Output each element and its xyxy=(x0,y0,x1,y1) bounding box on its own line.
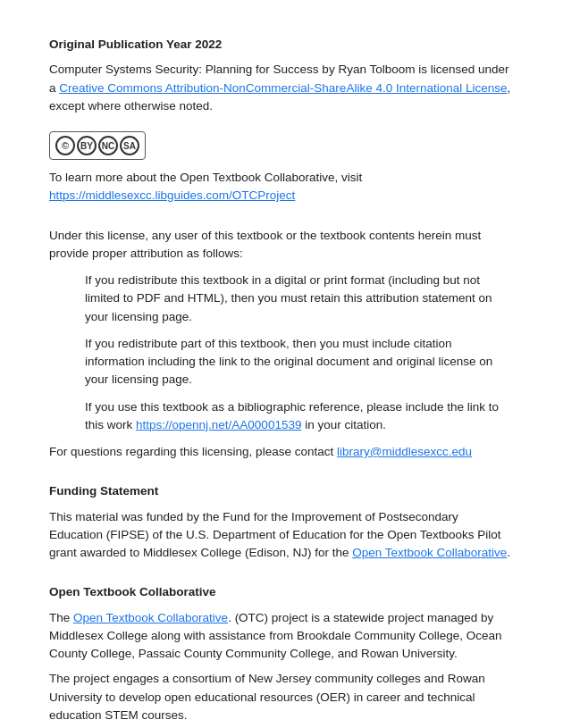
otc-link[interactable]: https://middlesexcc.libguides.com/OTCPro… xyxy=(49,188,295,202)
otc-para2: The project engages a consortium of New … xyxy=(49,670,514,724)
otc-para1-link[interactable]: Open Textbook Collaborative xyxy=(73,611,228,624)
funding-paragraph: This material was funded by the Fund for… xyxy=(49,508,514,563)
pub-year-title: Original Publication Year 2022 xyxy=(49,36,514,54)
library-email-link[interactable]: library@middlesexcc.edu xyxy=(337,445,472,458)
indent-item-3: If you use this textbook as a bibliograp… xyxy=(85,398,514,435)
intro-paragraph: Computer Systems Security: Planning for … xyxy=(49,61,514,115)
questions-paragraph: For questions regarding this licensing, … xyxy=(49,443,514,461)
indented-block: If you redistribute this textbook in a d… xyxy=(85,272,514,434)
sa-icon: SA xyxy=(120,136,139,155)
otc-funding-link[interactable]: Open Textbook Collaborative xyxy=(352,546,507,559)
nc-icon: NC xyxy=(98,136,118,155)
indent-item-2: If you redistribute part of this textboo… xyxy=(85,335,514,389)
indent-item-1: If you redistribute this textbook in a d… xyxy=(85,272,514,326)
opennj-link[interactable]: https://opennj.net/AA00001539 xyxy=(136,418,301,431)
cc-icon: © xyxy=(55,136,75,155)
otc-section-title: Open Textbook Collaborative xyxy=(49,583,514,601)
funding-section: Funding Statement This material was fund… xyxy=(49,482,514,562)
cc-badge: © BY NC SA xyxy=(49,131,146,160)
pub-year-section: Original Publication Year 2022 Computer … xyxy=(49,36,514,205)
otc-para1: The Open Textbook Collaborative. (OTC) p… xyxy=(49,609,514,664)
cc-license-link[interactable]: Creative Commons Attribution-NonCommerci… xyxy=(59,81,507,95)
otc-section: Open Textbook Collaborative The Open Tex… xyxy=(49,583,514,728)
license-section: Under this license, any user of this tex… xyxy=(49,227,514,462)
funding-title: Funding Statement xyxy=(49,482,514,500)
license-intro: Under this license, any user of this tex… xyxy=(49,227,514,264)
otc-learn-text: To learn more about the Open Textbook Co… xyxy=(49,169,514,205)
by-icon: BY xyxy=(77,136,97,155)
